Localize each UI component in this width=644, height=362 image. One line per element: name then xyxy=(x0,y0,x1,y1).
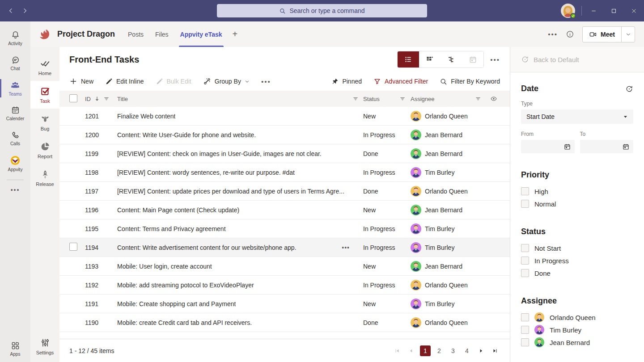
filter-by-keyword-button[interactable]: Filter By Keyword xyxy=(440,78,500,85)
list-view-button[interactable] xyxy=(398,51,419,67)
rail-item-teams[interactable]: Teams xyxy=(0,76,30,101)
table-row[interactable]: 1194 Content: Write advertisement conten… xyxy=(59,238,510,257)
filter-option-jean-bernard[interactable]: Jean Bernard xyxy=(521,336,633,349)
task-title[interactable]: Mobile: Create shopping cart and Payment xyxy=(117,300,236,307)
first-page-icon[interactable] xyxy=(392,346,402,356)
checkbox[interactable] xyxy=(521,244,529,252)
checkbox[interactable] xyxy=(521,257,529,265)
search-input[interactable]: Search or type a command xyxy=(217,4,427,17)
bulk-edit-button[interactable]: Bulk Edit xyxy=(156,78,191,85)
filter-option-tim-burley[interactable]: Tim Burley xyxy=(521,324,633,336)
filter-lines-icon[interactable] xyxy=(399,96,411,102)
table-row[interactable]: 1190 Mobile: create Credit card tab and … xyxy=(59,313,510,332)
rail-item-activity[interactable]: Activity xyxy=(0,26,30,51)
page-button-4[interactable]: 4 xyxy=(462,345,472,356)
rail-item-appvity[interactable]: Appvity xyxy=(0,151,30,176)
header-more-icon[interactable]: ••• xyxy=(548,30,558,38)
sort-desc-icon[interactable] xyxy=(94,96,100,102)
back-to-default-button[interactable]: Back to Default xyxy=(510,47,644,72)
rail-item-chat[interactable]: Chat xyxy=(0,51,30,76)
view-more-icon[interactable]: ••• xyxy=(490,56,500,63)
rail-more-icon[interactable]: ••• xyxy=(0,186,30,194)
meet-dropdown-chevron-icon[interactable] xyxy=(621,27,635,42)
table-row[interactable]: 1193 Mobile: User login, create account … xyxy=(59,257,510,276)
next-page-icon[interactable] xyxy=(476,346,486,356)
checkbox[interactable] xyxy=(521,326,529,334)
eye-columns-icon[interactable] xyxy=(490,95,500,102)
advanced-filter-button[interactable]: Advanced Filter xyxy=(373,78,428,85)
sidebar-item-settings[interactable]: Settings xyxy=(30,333,59,360)
table-row[interactable]: 1197 [REVIEW] Content: update prices per… xyxy=(59,182,510,201)
checkbox[interactable] xyxy=(521,187,529,195)
sidebar-item-home[interactable]: Home xyxy=(30,53,59,81)
rail-item-apps[interactable]: Apps xyxy=(0,337,30,361)
row-checkbox[interactable] xyxy=(69,243,77,251)
task-title[interactable]: Mobile: User login, create account xyxy=(117,263,212,270)
checkbox[interactable] xyxy=(521,338,529,346)
table-row[interactable]: 1200 Content: Write User-Guide for phone… xyxy=(59,126,510,144)
task-title[interactable]: Content: Main Page content (Check update… xyxy=(117,206,239,214)
pinned-button[interactable]: Pinned xyxy=(331,78,362,85)
tab-files[interactable]: Files xyxy=(149,21,174,47)
task-title[interactable]: [REVIEW] Content: wordy sentences, re-wr… xyxy=(117,169,295,176)
filter-option-high[interactable]: High xyxy=(521,185,633,198)
task-title[interactable]: Content: Write User-Guide for phone and … xyxy=(117,131,256,139)
sidebar-item-report[interactable]: Report xyxy=(30,136,59,164)
page-button-1[interactable]: 1 xyxy=(420,345,431,356)
forward-icon[interactable] xyxy=(21,7,29,14)
filter-option-in-progress[interactable]: In Progress xyxy=(521,254,633,267)
reset-date-icon[interactable] xyxy=(625,85,633,93)
filter-option-normal[interactable]: Normal xyxy=(521,198,633,210)
page-button-2[interactable]: 2 xyxy=(434,345,445,356)
task-title[interactable]: Content: Terms and Privacy agreement xyxy=(117,225,226,232)
table-row[interactable]: 1191 Mobile: Create shopping cart and Pa… xyxy=(59,295,510,313)
meet-button[interactable]: Meet xyxy=(582,26,635,42)
table-row[interactable]: 1196 Content: Main Page content (Check u… xyxy=(59,201,510,219)
board-view-button[interactable] xyxy=(419,51,441,67)
select-all-checkbox[interactable] xyxy=(69,94,77,102)
col-id[interactable]: ID xyxy=(85,96,91,102)
filter-lines-icon[interactable] xyxy=(352,96,363,102)
task-title[interactable]: Mobile: add streaming potocol to ExoVide… xyxy=(117,282,254,289)
task-title[interactable]: Mobile: create Credit card tab and API r… xyxy=(117,319,252,326)
to-date-input[interactable] xyxy=(580,140,634,153)
row-more-icon[interactable]: ••• xyxy=(342,244,350,251)
calendar-view-button[interactable] xyxy=(462,51,483,67)
page-button-3[interactable]: 3 xyxy=(448,345,458,356)
group-by-button[interactable]: Group By xyxy=(203,77,250,85)
tab-appvity-etask[interactable]: Appvity eTask xyxy=(174,21,228,47)
filter-lines-icon[interactable] xyxy=(475,96,490,102)
add-tab-button[interactable]: + xyxy=(228,21,242,47)
col-title[interactable]: Title xyxy=(117,96,352,102)
edit-inline-button[interactable]: Edit Inline xyxy=(105,78,144,85)
rail-item-calendar[interactable]: Calender xyxy=(0,101,30,126)
info-icon[interactable] xyxy=(566,30,574,38)
filter-option-not-start[interactable]: Not Start xyxy=(521,242,633,254)
task-title[interactable]: [REVIEW] Content: update prices per down… xyxy=(117,188,344,195)
checkbox[interactable] xyxy=(521,200,529,208)
col-assignee[interactable]: Assignee xyxy=(411,96,475,102)
user-avatar[interactable] xyxy=(561,4,575,18)
new-button[interactable]: New xyxy=(69,77,93,85)
filter-option-orlando-queen[interactable]: Orlando Queen xyxy=(521,311,633,324)
toolbar-more-icon[interactable]: ••• xyxy=(261,78,271,85)
tab-posts[interactable]: Posts xyxy=(122,21,149,47)
table-row[interactable]: 1198 [REVIEW] Content: wordy sentences, … xyxy=(59,163,510,182)
sidebar-item-release[interactable]: Release xyxy=(30,164,59,192)
filter-lines-icon[interactable] xyxy=(103,96,110,102)
task-title[interactable]: Content: Write advertisement content for… xyxy=(117,244,297,251)
table-row[interactable]: 1195 Content: Terms and Privacy agreemen… xyxy=(59,219,510,238)
prev-page-icon[interactable] xyxy=(406,346,416,356)
maximize-button[interactable] xyxy=(604,0,624,21)
from-date-input[interactable] xyxy=(521,140,575,153)
rail-item-calls[interactable]: Calls xyxy=(0,126,30,151)
close-button[interactable] xyxy=(624,0,644,21)
table-row[interactable]: 1192 Mobile: add streaming potocol to Ex… xyxy=(59,276,510,295)
task-title[interactable]: Finalize Web content xyxy=(117,113,175,120)
sidebar-item-bug[interactable]: Bug xyxy=(30,109,59,136)
table-row[interactable]: 1201 Finalize Web content ••• New Orland… xyxy=(59,107,510,126)
sidebar-item-task[interactable]: Task xyxy=(30,81,59,109)
checkbox[interactable] xyxy=(521,313,529,321)
minimize-button[interactable] xyxy=(584,0,604,21)
date-type-select[interactable]: Start Date xyxy=(521,109,633,124)
